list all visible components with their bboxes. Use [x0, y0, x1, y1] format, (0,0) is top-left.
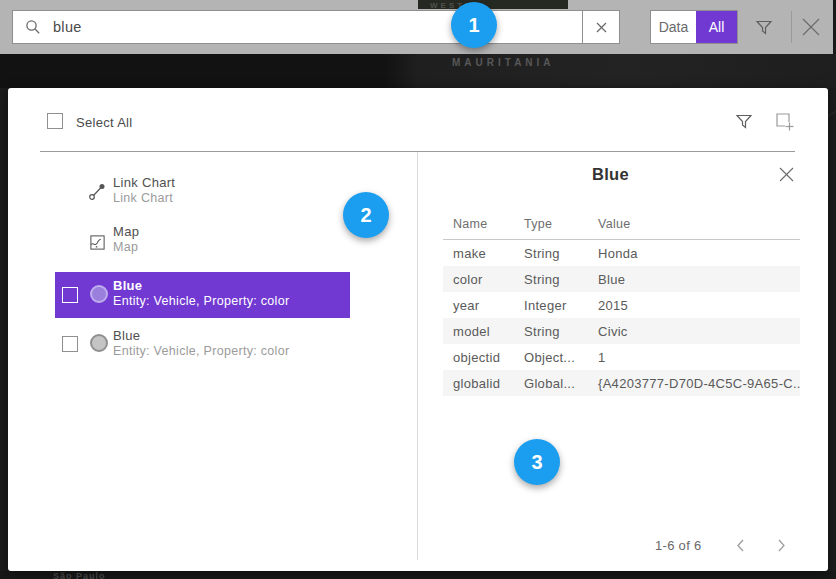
table-row: globalid Global... {A4203777-D70D-4C5C-9…: [443, 370, 800, 396]
pagination-next-icon[interactable]: [776, 538, 787, 553]
result-item-subtitle: Link Chart: [113, 191, 173, 205]
annotation-callout-2: 2: [343, 192, 389, 238]
select-all-label: Select All: [76, 115, 132, 130]
cell-value: Blue: [598, 272, 800, 287]
entity-circle-icon: [90, 334, 108, 352]
result-item-subtitle: Map: [113, 240, 138, 254]
result-item-subtitle: Entity: Vehicle, Property: color: [113, 294, 289, 308]
table-row: make String Honda: [443, 240, 800, 266]
cell-name: color: [443, 272, 524, 287]
cell-type: String: [524, 324, 598, 339]
select-all-checkbox[interactable]: [47, 113, 63, 129]
map-label-sao-paulo: São Paulo: [53, 571, 106, 579]
result-checkbox[interactable]: [62, 336, 78, 352]
search-box: [12, 10, 620, 44]
close-search-icon[interactable]: [800, 16, 822, 38]
map-background-top: [0, 54, 836, 88]
filter-results-icon[interactable]: [734, 111, 754, 131]
cell-value: {A4203777-D70D-4C5C-9A65-C...: [598, 376, 800, 391]
entity-circle-icon: [90, 285, 108, 303]
pagination-range: 1-6 of 6: [655, 538, 701, 553]
detail-panel-title: Blue: [438, 165, 783, 184]
cell-type: Integer: [524, 298, 598, 313]
property-table: make String Honda color String Blue year…: [443, 240, 800, 396]
filter-icon[interactable]: [754, 17, 774, 37]
annotation-callout-1: 1: [451, 2, 497, 48]
column-header-type: Type: [524, 217, 552, 231]
map-background-bottom: São Paulo: [0, 571, 836, 579]
map-label-western-sahara: WESTER: [418, 0, 568, 9]
scope-all-button[interactable]: All: [696, 11, 737, 43]
result-item-title[interactable]: Map: [113, 224, 139, 239]
search-results-dialog: Select All Link Chart Link Chart: [8, 88, 828, 571]
result-item-title[interactable]: Link Chart: [113, 175, 175, 190]
cell-type: Object...: [524, 350, 598, 365]
scope-toggle: Data All: [650, 10, 738, 44]
cell-type: String: [524, 272, 598, 287]
cell-type: String: [524, 246, 598, 261]
app-window: MAURITANIA São Paulo WESTER Data All: [0, 0, 836, 579]
column-header-name: Name: [453, 217, 488, 231]
panel-divider: [417, 152, 418, 560]
table-row: year Integer 2015: [443, 292, 800, 318]
scope-data-button[interactable]: Data: [651, 11, 696, 43]
cell-value: Civic: [598, 324, 800, 339]
cell-name: year: [443, 298, 524, 313]
table-row: model String Civic: [443, 318, 800, 344]
column-header-value: Value: [598, 217, 631, 231]
detail-close-icon[interactable]: [778, 166, 795, 183]
search-icon: [25, 19, 41, 35]
cell-name: objectid: [443, 350, 524, 365]
search-input[interactable]: [51, 18, 582, 36]
cell-type: Global...: [524, 376, 598, 391]
cell-name: model: [443, 324, 524, 339]
map-icon: [89, 234, 106, 251]
link-chart-icon: [88, 182, 107, 201]
result-item-title[interactable]: Blue: [113, 278, 142, 293]
cell-value: 2015: [598, 298, 800, 313]
cell-name: make: [443, 246, 524, 261]
result-checkbox[interactable]: [62, 287, 78, 303]
cell-name: globalid: [443, 376, 524, 391]
table-row: color String Blue: [443, 266, 800, 292]
clear-search-button[interactable]: [582, 11, 619, 43]
search-toolbar: WESTER Data All: [0, 0, 836, 54]
map-label-mauritania: MAURITANIA: [452, 57, 555, 68]
cell-value: 1: [598, 350, 800, 365]
result-item-title[interactable]: Blue: [113, 328, 140, 343]
pagination-prev-icon[interactable]: [735, 538, 746, 553]
table-row: objectid Object... 1: [443, 344, 800, 370]
add-to-selection-icon[interactable]: [774, 111, 795, 132]
result-item-subtitle: Entity: Vehicle, Property: color: [113, 344, 289, 358]
toolbar-divider: [791, 11, 792, 43]
cell-value: Honda: [598, 246, 800, 261]
annotation-callout-3: 3: [514, 439, 560, 485]
